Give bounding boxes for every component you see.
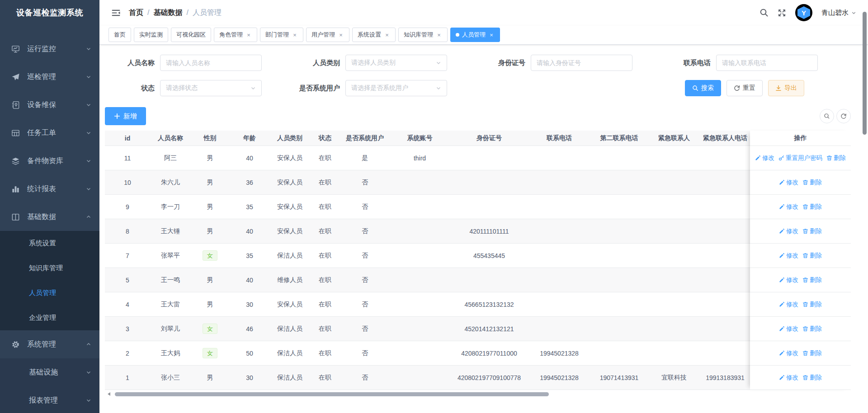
reset-password-button[interactable]: 重置用户密码 [778,154,822,162]
sidebar-item[interactable]: 任务工单 [0,119,99,147]
vertical-scrollbar-thumb[interactable] [863,12,867,135]
fullscreen-icon[interactable] [778,9,786,17]
tab-active[interactable]: 人员管理× [450,28,500,42]
edit-icon [779,375,785,380]
breadcrumb-base-data[interactable]: 基础数据 [153,8,182,18]
tab[interactable]: 部门管理× [260,28,303,42]
field-id-card: 身份证号 [476,55,632,71]
tab[interactable]: 实时监测 [134,28,168,42]
field-label: 联系电话 [661,59,711,67]
user-menu[interactable]: 青山碧水 [821,9,856,17]
table-search-button[interactable] [820,109,834,123]
cell-phone [528,195,590,219]
sidebar-item[interactable]: 基础数据 [0,203,99,231]
sidebar-subitem[interactable]: 报表管理 [0,386,99,413]
person-category-select[interactable]: 请选择人员类别 [345,55,447,71]
field-label: 是否系统用户 [290,84,340,93]
search-button[interactable]: 搜索 [685,80,721,96]
row-actions: 修改删除 [750,195,851,219]
avatar[interactable]: Y [795,4,812,21]
edit-button[interactable]: 修改 [779,227,798,235]
sidebar-subitem[interactable]: 系统设置 [0,231,99,256]
main-area: 首页 / 基础数据 / 人员管理 Y 青山碧水 [99,0,868,413]
cell-id: 5 [105,268,150,292]
delete-button[interactable]: 删除 [802,325,822,333]
hamburger-icon[interactable] [111,8,121,18]
edit-button[interactable]: 修改 [755,154,774,162]
delete-button[interactable]: 删除 [802,227,822,235]
table-refresh-button[interactable] [836,109,851,123]
plus-icon [114,113,120,119]
tab-label: 角色管理 [219,31,243,39]
row-actions: 修改重置用户密码删除 [750,146,851,170]
cell-emergency-contact [648,195,700,219]
edit-button[interactable]: 修改 [779,325,798,333]
delete-button[interactable]: 删除 [802,252,822,260]
tab[interactable]: 知识库管理× [398,28,448,42]
tab-label: 可视化园区 [176,31,206,39]
close-icon[interactable]: × [384,32,390,38]
chevron-down-icon [86,46,91,52]
cell-id-card: 420802197709100778 [450,366,528,390]
close-icon[interactable]: × [292,32,298,38]
chevron-down-icon [86,74,91,80]
cell-phone2 [590,341,648,366]
sidebar-item[interactable]: 统计报表 [0,175,99,203]
sidebar-item[interactable]: 备件物资库 [0,147,99,175]
is-system-user-select[interactable]: 请选择是否系统用户 [345,80,447,96]
cell-phone2 [590,146,648,170]
edit-button[interactable]: 修改 [779,374,798,382]
edit-button[interactable]: 修改 [779,276,798,284]
id-card-input[interactable] [531,55,632,71]
close-icon[interactable]: × [338,32,344,38]
horizontal-scrollbar-thumb[interactable] [115,392,549,396]
delete-button[interactable]: 删除 [802,203,822,211]
edit-button[interactable]: 修改 [779,178,798,187]
cell-age: 40 [229,146,270,170]
sidebar-subitem[interactable]: 基础设施 [0,358,99,386]
sidebar-subitem[interactable]: 人员管理 [0,281,99,305]
delete-button[interactable]: 删除 [802,276,822,284]
sidebar-item[interactable]: 系统管理 [0,330,99,358]
column-header: 年龄 [229,131,270,146]
close-icon[interactable]: × [245,32,252,38]
sidebar-item[interactable]: 巡检管理 [0,63,99,91]
breadcrumb-home[interactable]: 首页 [129,8,143,18]
cell-id-card: 45201412132121 [450,317,528,341]
sidebar-item-label: 运行监控 [27,44,86,54]
close-icon[interactable]: × [436,32,442,38]
status-select[interactable]: 请选择状态 [160,80,262,96]
close-icon[interactable]: × [488,32,495,38]
edit-button[interactable]: 修改 [779,252,798,260]
reset-button[interactable]: 重置 [726,80,763,96]
edit-button[interactable]: 修改 [779,203,798,211]
edit-button[interactable]: 修改 [779,300,798,309]
tab[interactable]: 首页 [108,28,131,42]
key-icon [778,155,784,161]
cell-status: 在职 [310,292,340,317]
export-button[interactable]: 导出 [768,80,804,96]
tab[interactable]: 可视化园区 [171,28,211,42]
contact-phone-input[interactable] [716,55,818,71]
action-label: 修改 [786,374,798,382]
delete-button[interactable]: 删除 [826,154,846,162]
cell-id-card [450,195,528,219]
delete-button[interactable]: 删除 [802,349,822,357]
delete-button[interactable]: 删除 [802,300,822,309]
scrollbar-left-arrow-icon[interactable] [108,392,110,396]
delete-button[interactable]: 删除 [802,374,822,382]
tab[interactable]: 角色管理× [214,28,257,42]
tab[interactable]: 系统设置× [352,28,396,42]
search-icon[interactable] [760,8,769,17]
sidebar-item-label: 基础数据 [27,212,86,222]
sidebar-item[interactable]: 运行监控 [0,35,99,63]
tab[interactable]: 用户管理× [306,28,349,42]
add-button[interactable]: 新增 [105,107,146,125]
sidebar-item[interactable]: 设备维保 [0,91,99,119]
delete-button[interactable]: 删除 [802,178,822,187]
sidebar-subitem[interactable]: 企业管理 [0,305,99,330]
cell-account [389,268,450,292]
person-name-input[interactable] [160,55,262,71]
edit-button[interactable]: 修改 [779,349,798,357]
sidebar-subitem[interactable]: 知识库管理 [0,256,99,281]
